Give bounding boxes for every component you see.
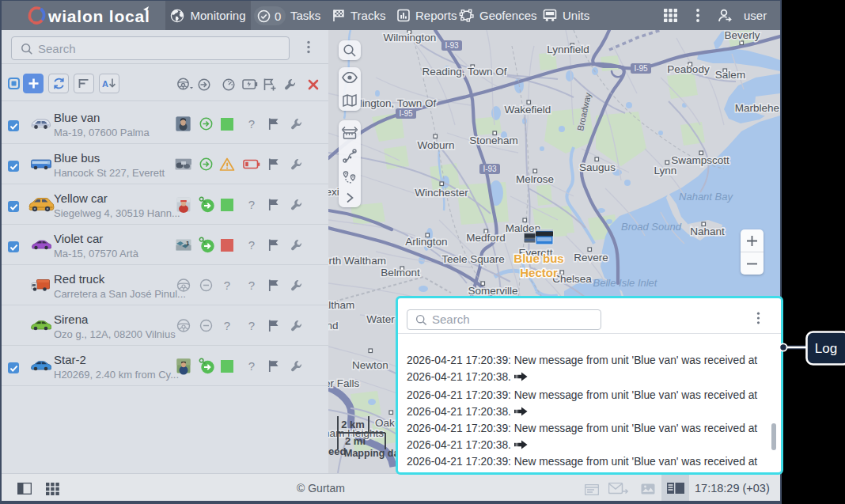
svg-text:2 mi: 2 mi [345,435,366,447]
svg-text:Revere: Revere [574,252,608,263]
svg-text:Wakefield: Wakefield [505,104,551,116]
svg-text:Swampscott: Swampscott [671,154,729,166]
svg-text:I-93: I-93 [445,41,459,50]
svg-text:Nahant Bay: Nahant Bay [679,191,733,203]
svg-text:Lynnfield: Lynnfield [547,44,589,55]
svg-text:Arlington: Arlington [405,236,447,248]
svg-text:Nahant: Nahant [690,225,725,237]
svg-text:Hector: Hector [520,266,558,279]
svg-text:Reading, Town Of: Reading, Town Of [422,66,506,78]
svg-text:Woburn: Woburn [417,139,454,151]
svg-text:Belmont: Belmont [381,267,420,279]
svg-text:lington, Town Of: lington, Town Of [360,97,437,109]
svg-text:Medford: Medford [466,232,506,244]
svg-text:er Falls: er Falls [328,377,359,389]
svg-text:Somerville: Somerville [468,285,517,297]
svg-text:Winchester: Winchester [415,187,468,199]
svg-text:Log: Log [815,341,837,356]
svg-text:exi: exi [328,186,339,198]
svg-text:Melrose: Melrose [516,173,554,185]
svg-text:Marblehe: Marblehe [735,102,779,114]
svg-text:Lynn: Lynn [654,165,677,176]
svg-text:Chelsea: Chelsea [552,273,592,285]
svg-text:Teele Square: Teele Square [441,253,505,265]
svg-text:Broad Sound: Broad Sound [621,221,682,233]
svg-text:Stoneham: Stoneham [469,135,518,146]
svg-text:Saugus: Saugus [579,161,616,173]
svg-text:orth Waltham: orth Waltham [328,255,386,267]
svg-text:Newton: Newton [352,359,388,371]
svg-text:Belle Isle Inlet: Belle Isle Inlet [593,277,658,289]
svg-text:Water: Water [366,313,395,325]
svg-text:I-93: I-93 [483,165,497,173]
svg-text:Wilmington: Wilmington [384,32,437,44]
svg-text:wialon local: wialon local [47,7,149,25]
svg-text:Beverly: Beverly [724,30,760,41]
svg-text:I-95: I-95 [399,109,413,118]
svg-text:nd: nd [328,320,339,332]
svg-text:Salem: Salem [715,69,745,81]
svg-text:altham: altham [328,299,354,311]
svg-text:1: 1 [186,240,190,247]
svg-text:Blue bus: Blue bus [513,252,563,265]
svg-text:A: A [102,79,108,89]
svg-text:2 km: 2 km [341,419,365,430]
svg-text:Peabody: Peabody [667,63,710,75]
svg-text:I-95: I-95 [634,64,648,73]
